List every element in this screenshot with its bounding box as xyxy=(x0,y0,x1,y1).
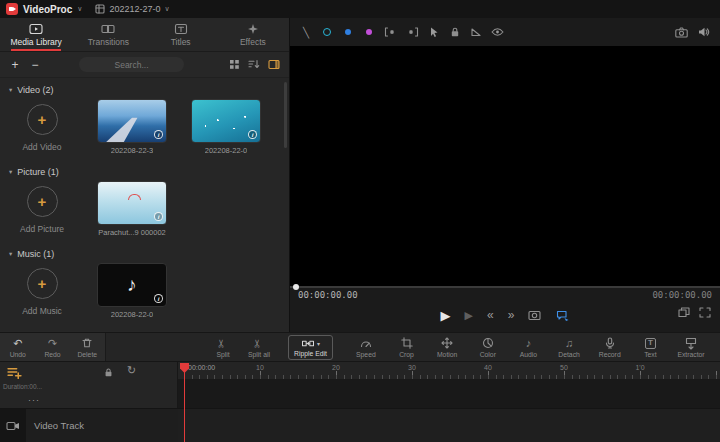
split-button[interactable]: ✂ Split xyxy=(206,337,240,358)
delete-button[interactable]: Delete xyxy=(70,337,104,358)
camera-icon[interactable] xyxy=(675,27,688,38)
music-section: ▾ Music (1) + Add Music ♪ i 202208-22-0 xyxy=(0,242,289,324)
library-scrollbar[interactable] xyxy=(284,82,287,148)
color-button[interactable]: Color xyxy=(471,337,505,358)
playhead-line[interactable] xyxy=(184,363,185,442)
volume-icon[interactable] xyxy=(697,26,710,38)
project-selector[interactable]: 202212-27-0 ∨ xyxy=(95,4,169,14)
seek-bar[interactable] xyxy=(290,286,720,288)
speed-button[interactable]: Speed xyxy=(349,337,383,358)
keyframe-ramp-icon[interactable] xyxy=(470,26,482,38)
info-icon[interactable]: i xyxy=(154,130,163,139)
play-button[interactable]: ▶ xyxy=(441,308,451,323)
video-track-header[interactable]: Video Track xyxy=(0,408,178,442)
media-item[interactable]: i 202208-22-3 xyxy=(96,99,168,155)
blue-dot-icon[interactable] xyxy=(342,29,354,35)
prev-frame-button[interactable]: « xyxy=(487,309,494,321)
timeline-ruler[interactable]: 00:00:00 10 20 30 40 50 1'0 xyxy=(178,362,720,379)
media-item[interactable]: i 202208-22-0 xyxy=(190,99,262,155)
collapse-icon: ▾ xyxy=(9,86,12,94)
tab-media-library[interactable]: Media Library xyxy=(0,18,72,51)
snapshot-button[interactable] xyxy=(528,310,541,321)
section-title: Video (2) xyxy=(17,85,53,95)
lock-track-icon[interactable] xyxy=(103,367,114,380)
split-all-button[interactable]: ✂ Split all xyxy=(242,337,276,358)
edit-toolbar: ↶ Undo ↷ Redo Delete ✂ Split ✂ Split all… xyxy=(0,332,720,362)
snap-toggle-icon[interactable]: ↻ xyxy=(127,364,136,377)
project-chevron-icon: ∨ xyxy=(164,5,169,13)
plus-circle-icon: + xyxy=(27,104,58,135)
color-wheel-icon xyxy=(482,337,494,350)
select-cursor-icon[interactable] xyxy=(428,26,440,38)
record-button[interactable]: Record xyxy=(593,337,627,358)
picture-thumbnail[interactable]: i xyxy=(97,181,167,225)
eye-icon[interactable] xyxy=(491,27,504,37)
sort-icon[interactable] xyxy=(248,59,260,70)
add-media-button[interactable]: + xyxy=(9,59,21,71)
project-icon xyxy=(95,4,105,14)
info-icon[interactable]: i xyxy=(154,294,163,303)
add-picture-button[interactable]: + Add Picture xyxy=(10,181,74,234)
media-item[interactable]: ♪ i 202208-22-0 xyxy=(96,263,168,319)
fullscreen-icon[interactable] xyxy=(699,307,711,318)
video-thumbnail[interactable]: i xyxy=(97,99,167,143)
music-section-header[interactable]: ▾ Music (1) xyxy=(0,242,289,261)
music-note-icon: ♪ xyxy=(127,274,137,296)
library-toolbar: + − xyxy=(0,52,289,78)
tab-titles[interactable]: Titles xyxy=(145,18,217,51)
audio-button[interactable]: ♪ Audio xyxy=(511,337,545,358)
undo-button[interactable]: ↶ Undo xyxy=(1,337,35,358)
tab-effects[interactable]: Effects xyxy=(217,18,289,51)
scissors-icon: ✂ xyxy=(217,338,230,347)
video-track-lane[interactable] xyxy=(178,408,720,442)
ripple-edit-button[interactable]: ▾ Ripple Edit xyxy=(288,335,333,360)
speed-gauge-icon xyxy=(360,337,372,350)
text-button[interactable]: T Text xyxy=(633,337,667,358)
preview-screen[interactable] xyxy=(290,46,720,286)
mark-in-icon[interactable] xyxy=(384,26,397,38)
target-dot-icon[interactable] xyxy=(321,28,333,36)
add-track-button[interactable] xyxy=(7,366,22,381)
media-item[interactable]: i Parachut...9 000002 xyxy=(96,181,168,237)
multi-view-icon[interactable] xyxy=(678,307,690,318)
add-music-button[interactable]: + Add Music xyxy=(10,263,74,316)
search-box[interactable] xyxy=(79,57,184,72)
timeline-lanes[interactable] xyxy=(178,379,720,442)
detach-audio-icon: ♫ xyxy=(565,337,573,350)
crop-button[interactable]: Crop xyxy=(390,337,424,358)
effects-icon xyxy=(246,23,260,35)
add-video-button[interactable]: + Add Video xyxy=(10,99,74,152)
mark-out-icon[interactable] xyxy=(406,26,419,38)
titlebar: VideoProc ∨ 202212-27-0 ∨ xyxy=(0,0,720,18)
remove-media-button[interactable]: − xyxy=(29,59,41,71)
magenta-dot-icon[interactable] xyxy=(363,29,375,35)
total-timecode: 00:00:00.00 xyxy=(652,290,712,300)
lock-icon[interactable] xyxy=(449,26,461,38)
motion-button[interactable]: Motion xyxy=(430,337,464,358)
tab-label: Transitions xyxy=(88,37,129,47)
extractor-button[interactable]: Extractor xyxy=(674,337,708,358)
microphone-icon xyxy=(604,337,616,350)
picture-section-header[interactable]: ▾ Picture (1) xyxy=(0,160,289,179)
info-icon[interactable]: i xyxy=(154,212,163,221)
search-input[interactable] xyxy=(87,60,176,70)
app-menu-chevron-icon[interactable]: ∨ xyxy=(77,5,82,13)
tab-transitions[interactable]: Transitions xyxy=(72,18,144,51)
line-tool-icon[interactable]: ╲ xyxy=(300,27,312,38)
music-thumbnail[interactable]: ♪ i xyxy=(97,263,167,307)
video-thumbnail[interactable]: i xyxy=(191,99,261,143)
next-frame-button[interactable]: » xyxy=(508,309,515,321)
play-loop-button[interactable]: ▶ xyxy=(465,309,473,322)
video-section-header[interactable]: ▾ Video (2) xyxy=(0,78,289,97)
panel-toggle-icon[interactable] xyxy=(268,59,280,70)
info-icon[interactable]: i xyxy=(248,130,257,139)
add-marker-button[interactable] xyxy=(555,309,569,322)
library-content: ▾ Video (2) + Add Video i 202208-22-3 i xyxy=(0,78,289,331)
track-options-button[interactable]: ··· xyxy=(28,395,40,405)
redo-button[interactable]: ↷ Redo xyxy=(36,337,70,358)
grid-view-icon[interactable] xyxy=(229,59,240,70)
app-name: VideoProc xyxy=(23,4,72,15)
detach-button[interactable]: ♫ Detach xyxy=(552,337,586,358)
media-item-name: Parachut...9 000002 xyxy=(98,228,166,237)
section-title: Music (1) xyxy=(17,249,54,259)
